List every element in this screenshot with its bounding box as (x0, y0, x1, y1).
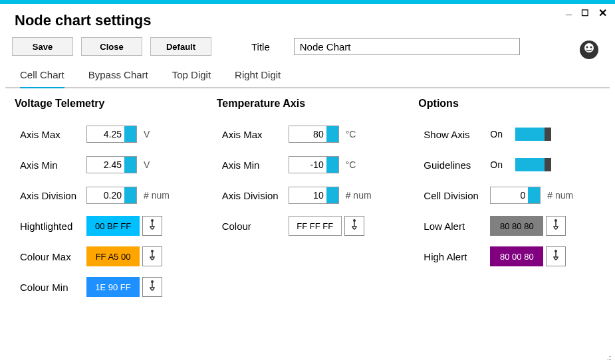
voltage-axis-div-input[interactable] (87, 187, 124, 203)
voltage-axis-min-spinner[interactable] (124, 157, 136, 173)
svg-point-3 (590, 46, 592, 48)
temperature-section: Temperature Axis Axis Max °C Axis Min °C… (217, 98, 399, 302)
title-input[interactable] (294, 38, 520, 55)
voltage-axis-min-label: Axis Min (15, 159, 86, 171)
guidelines-toggle[interactable] (515, 158, 551, 171)
voltage-axis-max-unit: V (144, 129, 150, 139)
temp-axis-min-spinner[interactable] (326, 157, 338, 173)
voltage-axis-max-spinner[interactable] (124, 126, 136, 142)
temp-axis-min-label: Axis Min (217, 159, 289, 171)
voltage-axis-div-unit: # num (144, 190, 170, 201)
svg-point-9 (554, 219, 557, 222)
show-axis-toggle[interactable] (515, 128, 551, 141)
svg-point-8 (353, 219, 356, 222)
voltage-colour-min-label: Colour Min (15, 282, 86, 293)
resize-grip-icon[interactable]: .:: (607, 353, 611, 361)
temp-colour-label: Colour (217, 221, 289, 232)
cell-div-label: Cell Division (418, 190, 490, 201)
voltage-colour-max-label: Colour Max (15, 251, 86, 262)
tab-top-digit[interactable]: Top Digit (172, 66, 211, 87)
svg-point-4 (582, 52, 585, 56)
voltage-highlight-label: Hightlighted (15, 221, 86, 232)
high-alert-label: High Alert (418, 251, 490, 262)
cell-div-input-wrap (490, 187, 541, 204)
tab-cell-chart[interactable]: Cell Chart (20, 66, 64, 87)
temp-colour-picker[interactable] (344, 216, 364, 236)
svg-point-5 (151, 219, 154, 222)
page-title: Node chart settings (15, 12, 600, 29)
save-button[interactable]: Save (12, 37, 73, 56)
tab-bar: Cell Chart Bypass Chart Top Digit Right … (5, 62, 610, 88)
tab-right-digit[interactable]: Right Digit (235, 66, 281, 87)
low-alert-label: Low Alert (418, 221, 490, 232)
svg-point-7 (151, 280, 154, 283)
temp-axis-min-unit: °C (346, 159, 356, 170)
show-axis-state: On (490, 129, 515, 139)
temp-axis-div-input[interactable] (289, 187, 326, 203)
toolbar: Save Close Default Title (0, 33, 615, 62)
options-section: Options Show Axis On Guidelines On Cell … (418, 98, 600, 302)
voltage-colour-max-picker[interactable] (142, 246, 162, 266)
voltage-axis-min-input-wrap (86, 156, 137, 173)
temp-axis-max-label: Axis Max (217, 129, 289, 140)
svg-point-6 (151, 250, 154, 252)
temp-axis-div-spinner[interactable] (326, 187, 338, 203)
show-axis-label: Show Axis (418, 129, 490, 140)
window-controls: _ ☐ ✕ (566, 7, 607, 19)
voltage-colour-min-swatch[interactable]: 1E 90 FF (86, 277, 140, 297)
high-alert-swatch[interactable]: 80 00 80 (490, 246, 543, 266)
voltage-highlight-picker[interactable] (142, 216, 162, 236)
maximize-button[interactable]: ☐ (581, 8, 589, 18)
close-button[interactable]: Close (81, 37, 142, 56)
voltage-axis-div-spinner[interactable] (124, 187, 136, 203)
minimize-button[interactable]: _ (566, 5, 572, 17)
cell-div-spinner[interactable] (528, 187, 540, 203)
guidelines-state: On (490, 159, 515, 170)
voltage-axis-max-label: Axis Max (15, 129, 86, 140)
low-alert-swatch[interactable]: 80 80 80 (490, 216, 543, 236)
voltage-axis-div-input-wrap (86, 187, 137, 204)
voltage-section: Voltage Telemetry Axis Max V Axis Min V … (15, 98, 197, 302)
temp-axis-div-input-wrap (289, 187, 339, 204)
temp-axis-min-input-wrap (289, 156, 339, 173)
options-heading: Options (418, 98, 600, 110)
voltage-axis-max-input[interactable] (87, 126, 124, 142)
temp-axis-div-label: Axis Division (217, 190, 289, 201)
temperature-heading: Temperature Axis (217, 98, 399, 110)
temp-axis-min-input[interactable] (289, 157, 326, 173)
voltage-colour-max-swatch[interactable]: FF A5 00 (86, 246, 140, 266)
temp-axis-max-input[interactable] (289, 126, 326, 142)
tab-bypass-chart[interactable]: Bypass Chart (88, 66, 148, 87)
voltage-colour-min-picker[interactable] (142, 277, 162, 297)
temp-colour-swatch[interactable]: FF FF FF (289, 216, 342, 236)
temp-axis-div-unit: # num (346, 190, 372, 201)
title-label: Title (251, 41, 270, 52)
cell-div-unit: # num (547, 190, 573, 201)
temp-axis-max-unit: °C (346, 129, 356, 139)
voltage-heading: Voltage Telemetry (15, 98, 197, 110)
voltage-highlight-swatch[interactable]: 00 BF FF (86, 216, 140, 236)
low-alert-picker[interactable] (546, 216, 566, 236)
temp-axis-max-input-wrap (289, 126, 339, 143)
voltage-axis-max-input-wrap (86, 126, 137, 143)
close-window-button[interactable]: ✕ (598, 7, 607, 19)
guidelines-label: Guidelines (418, 159, 490, 171)
voltage-axis-min-unit: V (144, 159, 150, 170)
support-avatar-icon[interactable] (578, 39, 600, 64)
svg-point-10 (554, 250, 557, 252)
high-alert-picker[interactable] (546, 246, 566, 266)
default-button[interactable]: Default (150, 37, 211, 56)
voltage-axis-min-input[interactable] (87, 157, 124, 173)
voltage-axis-div-label: Axis Division (15, 190, 86, 201)
cell-div-input[interactable] (491, 187, 528, 203)
svg-point-2 (586, 46, 588, 48)
temp-axis-max-spinner[interactable] (326, 126, 338, 142)
